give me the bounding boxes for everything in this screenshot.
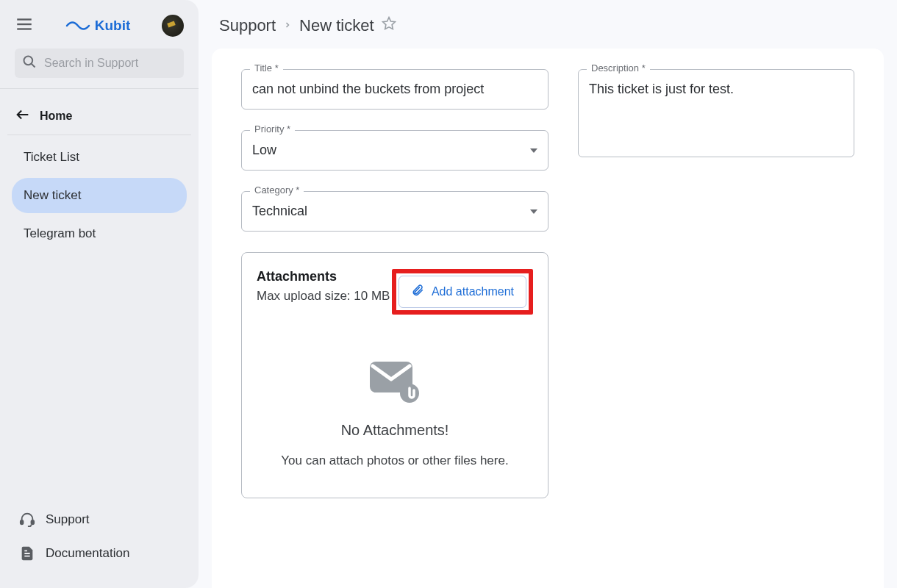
nav: Home Ticket List New ticket Telegram bot xyxy=(0,93,199,259)
attachments-header: Attachments Max upload size: 10 MB Add a… xyxy=(257,269,533,315)
nav-home[interactable]: Home xyxy=(7,98,191,135)
nav-home-label: Home xyxy=(40,110,72,123)
highlight-annotation: Add attachment xyxy=(392,269,533,315)
description-field: Description * xyxy=(578,69,854,160)
sidebar-bottom: Support Documentation xyxy=(0,495,199,588)
star-icon[interactable] xyxy=(382,16,396,35)
sidebar-item-label: New ticket xyxy=(24,188,81,202)
brand-name: Kubit xyxy=(95,18,131,34)
description-label: Description * xyxy=(587,62,650,74)
category-select[interactable]: Technical xyxy=(241,191,548,232)
bottom-item-documentation[interactable]: Documentation xyxy=(15,537,184,570)
no-attachments-text: No Attachments! xyxy=(341,422,449,439)
paperclip-icon xyxy=(411,284,424,300)
svg-point-3 xyxy=(24,57,33,65)
title-label: Title * xyxy=(250,62,283,74)
attachments-hint: You can attach photos or other files her… xyxy=(281,453,508,468)
search-box[interactable] xyxy=(15,49,184,78)
title-field: Title * xyxy=(241,69,548,110)
form-right-column: Description * xyxy=(578,69,854,567)
attachments-title-block: Attachments Max upload size: 10 MB xyxy=(257,269,390,304)
brand[interactable]: Kubit xyxy=(46,18,150,34)
title-input[interactable] xyxy=(241,69,548,110)
priority-field: Priority * Low xyxy=(241,130,548,171)
priority-label: Priority * xyxy=(250,123,295,135)
breadcrumb-parent[interactable]: Support xyxy=(219,16,276,35)
avatar[interactable] xyxy=(162,15,184,37)
category-label: Category * xyxy=(250,184,304,196)
svg-marker-8 xyxy=(382,18,395,29)
search-wrap xyxy=(0,49,199,88)
sidebar-item-telegram-bot[interactable]: Telegram bot xyxy=(12,216,187,251)
brand-wave-icon xyxy=(65,18,90,34)
sidebar-item-ticket-list[interactable]: Ticket List xyxy=(12,140,187,175)
description-textarea[interactable] xyxy=(578,69,854,157)
chevron-right-icon xyxy=(283,20,292,32)
chevron-down-icon xyxy=(530,148,537,153)
sidebar-item-label: Telegram bot xyxy=(24,226,96,240)
add-attachment-label: Add attachment xyxy=(432,285,514,298)
main: Support New ticket Title * Priority * Lo… xyxy=(199,0,897,588)
form-left-column: Title * Priority * Low Category * Techni… xyxy=(241,69,548,567)
breadcrumb: Support New ticket xyxy=(199,0,897,49)
search-input[interactable] xyxy=(44,57,176,70)
svg-rect-7 xyxy=(32,520,35,525)
sidebar-item-label: Ticket List xyxy=(24,150,79,164)
attachments-max-size: Max upload size: 10 MB xyxy=(257,289,390,304)
add-attachment-button[interactable]: Add attachment xyxy=(399,276,526,308)
divider xyxy=(7,135,191,135)
sidebar-item-new-ticket[interactable]: New ticket xyxy=(12,178,187,213)
attachments-panel: Attachments Max upload size: 10 MB Add a… xyxy=(241,252,548,498)
category-value: Technical xyxy=(252,204,307,219)
breadcrumb-current: New ticket xyxy=(299,16,374,35)
mail-attach-icon xyxy=(368,359,421,407)
bottom-item-support[interactable]: Support xyxy=(15,503,184,537)
content: Title * Priority * Low Category * Techni… xyxy=(212,49,884,588)
attachments-title: Attachments xyxy=(257,269,390,284)
search-icon xyxy=(22,54,37,72)
priority-value: Low xyxy=(252,143,276,158)
divider xyxy=(0,88,199,89)
bottom-item-label: Support xyxy=(46,512,90,527)
category-field: Category * Technical xyxy=(241,191,548,232)
chevron-down-icon xyxy=(530,209,537,214)
bottom-item-label: Documentation xyxy=(46,546,129,561)
headset-icon xyxy=(19,512,35,528)
svg-line-4 xyxy=(32,64,35,68)
priority-select[interactable]: Low xyxy=(241,130,548,171)
svg-rect-6 xyxy=(21,520,24,525)
attachments-empty-state: No Attachments! You can attach photos or… xyxy=(257,359,533,468)
arrow-left-icon xyxy=(15,107,31,126)
sidebar-header: Kubit xyxy=(0,0,199,49)
menu-icon[interactable] xyxy=(15,15,34,37)
document-icon xyxy=(19,545,35,562)
sidebar: Kubit Home Ticket List New ticket Telegr… xyxy=(0,0,199,588)
